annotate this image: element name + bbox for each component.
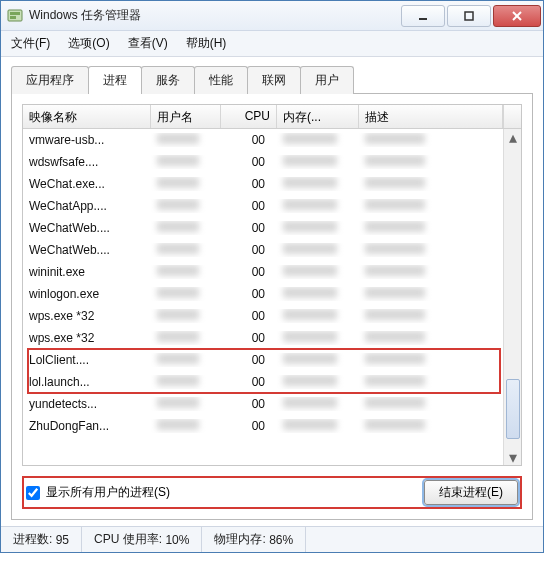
cell-cpu: 00 xyxy=(221,265,277,279)
client-area: 应用程序 进程 服务 性能 联网 用户 映像名称 用户名 CPU 内存(... … xyxy=(1,57,543,526)
table-row[interactable]: WeChatWeb....00 xyxy=(23,217,521,239)
cell-memory xyxy=(277,199,359,213)
cell-memory xyxy=(277,375,359,389)
col-description[interactable]: 描述 xyxy=(359,105,503,128)
table-row[interactable]: wps.exe *3200 xyxy=(23,305,521,327)
cell-description xyxy=(359,419,521,433)
table-row[interactable]: WeChat.exe...00 xyxy=(23,173,521,195)
table-row[interactable]: yundetects...00 xyxy=(23,393,521,415)
cell-image-name: LolClient.... xyxy=(23,353,151,367)
window-title: Windows 任务管理器 xyxy=(29,7,401,24)
titlebar[interactable]: Windows 任务管理器 xyxy=(1,1,543,31)
col-image-name[interactable]: 映像名称 xyxy=(23,105,151,128)
tab-panel-processes: 映像名称 用户名 CPU 内存(... 描述 vmware-usb...00wd… xyxy=(11,93,533,520)
table-row[interactable]: winlogon.exe00 xyxy=(23,283,521,305)
show-all-users-label: 显示所有用户的进程(S) xyxy=(46,484,170,501)
cell-image-name: yundetects... xyxy=(23,397,151,411)
cell-description xyxy=(359,133,521,147)
cell-image-name: WeChatWeb.... xyxy=(23,243,151,257)
cell-cpu: 00 xyxy=(221,221,277,235)
tab-applications[interactable]: 应用程序 xyxy=(11,66,89,94)
table-row[interactable]: wps.exe *3200 xyxy=(23,327,521,349)
svg-rect-4 xyxy=(465,12,473,20)
cell-description xyxy=(359,265,521,279)
cell-cpu: 00 xyxy=(221,199,277,213)
col-memory[interactable]: 内存(... xyxy=(277,105,359,128)
cell-description xyxy=(359,243,521,257)
cell-user-name xyxy=(151,353,221,367)
tab-performance[interactable]: 性能 xyxy=(194,66,248,94)
cell-cpu: 00 xyxy=(221,419,277,433)
svg-rect-0 xyxy=(8,10,22,21)
cell-description xyxy=(359,397,521,411)
col-user-name[interactable]: 用户名 xyxy=(151,105,221,128)
status-cpu-usage: CPU 使用率: 10% xyxy=(82,527,202,552)
status-process-count: 进程数: 95 xyxy=(1,527,82,552)
table-row[interactable]: lol.launch...00 xyxy=(23,371,521,393)
cell-image-name: wininit.exe xyxy=(23,265,151,279)
table-row[interactable]: WeChatApp....00 xyxy=(23,195,521,217)
menu-help[interactable]: 帮助(H) xyxy=(186,35,227,52)
table-row[interactable]: wdswfsafe....00 xyxy=(23,151,521,173)
cell-description xyxy=(359,331,521,345)
cell-user-name xyxy=(151,287,221,301)
show-all-users-checkbox[interactable]: 显示所有用户的进程(S) xyxy=(26,484,170,501)
status-physical-memory: 物理内存: 86% xyxy=(202,527,306,552)
minimize-button[interactable] xyxy=(401,5,445,27)
svg-rect-2 xyxy=(10,16,16,19)
cell-memory xyxy=(277,397,359,411)
cell-description xyxy=(359,177,521,191)
scroll-up-arrow-icon[interactable]: ▴ xyxy=(505,129,521,145)
cell-cpu: 00 xyxy=(221,155,277,169)
cell-description xyxy=(359,221,521,235)
cell-user-name xyxy=(151,397,221,411)
cell-memory xyxy=(277,287,359,301)
table-body: vmware-usb...00wdswfsafe....00WeChat.exe… xyxy=(23,129,521,467)
table-row[interactable]: LolClient....00 xyxy=(23,349,521,371)
maximize-button[interactable] xyxy=(447,5,491,27)
end-process-button[interactable]: 结束进程(E) xyxy=(424,480,518,505)
cell-image-name: wdswfsafe.... xyxy=(23,155,151,169)
cell-image-name: WeChat.exe... xyxy=(23,177,151,191)
status-bar: 进程数: 95 CPU 使用率: 10% 物理内存: 86% xyxy=(1,526,543,552)
cell-user-name xyxy=(151,419,221,433)
menu-view[interactable]: 查看(V) xyxy=(128,35,168,52)
vertical-scrollbar[interactable]: ▴ ▾ xyxy=(503,129,521,465)
cell-memory xyxy=(277,133,359,147)
tab-processes[interactable]: 进程 xyxy=(88,66,142,94)
cell-cpu: 00 xyxy=(221,375,277,389)
menu-options[interactable]: 选项(O) xyxy=(68,35,109,52)
cell-description xyxy=(359,155,521,169)
scrollbar-thumb[interactable] xyxy=(506,379,520,439)
tab-services[interactable]: 服务 xyxy=(141,66,195,94)
app-icon xyxy=(7,8,23,24)
close-button[interactable] xyxy=(493,5,541,27)
cell-user-name xyxy=(151,199,221,213)
scroll-down-arrow-icon[interactable]: ▾ xyxy=(505,449,521,465)
col-cpu[interactable]: CPU xyxy=(221,105,277,128)
cell-user-name xyxy=(151,375,221,389)
table-row[interactable]: wininit.exe00 xyxy=(23,261,521,283)
cell-user-name xyxy=(151,331,221,345)
cell-description xyxy=(359,287,521,301)
cell-cpu: 00 xyxy=(221,397,277,411)
table-row[interactable]: vmware-usb...00 xyxy=(23,129,521,151)
cell-user-name xyxy=(151,221,221,235)
svg-rect-1 xyxy=(10,12,20,15)
cell-image-name: vmware-usb... xyxy=(23,133,151,147)
task-manager-window: Windows 任务管理器 文件(F) 选项(O) 查看(V) 帮助(H) 应用… xyxy=(0,0,544,553)
table-row[interactable]: ZhuDongFan...00 xyxy=(23,415,521,437)
tab-networking[interactable]: 联网 xyxy=(247,66,301,94)
cell-description xyxy=(359,199,521,213)
tab-strip: 应用程序 进程 服务 性能 联网 用户 xyxy=(11,65,533,93)
menu-file[interactable]: 文件(F) xyxy=(11,35,50,52)
cell-memory xyxy=(277,221,359,235)
process-table: 映像名称 用户名 CPU 内存(... 描述 vmware-usb...00wd… xyxy=(22,104,522,466)
tab-users[interactable]: 用户 xyxy=(300,66,354,94)
table-row[interactable]: WeChatWeb....00 xyxy=(23,239,521,261)
cell-cpu: 00 xyxy=(221,133,277,147)
show-all-users-input[interactable] xyxy=(26,486,40,500)
cell-image-name: wps.exe *32 xyxy=(23,309,151,323)
cell-image-name: lol.launch... xyxy=(23,375,151,389)
cell-memory xyxy=(277,419,359,433)
